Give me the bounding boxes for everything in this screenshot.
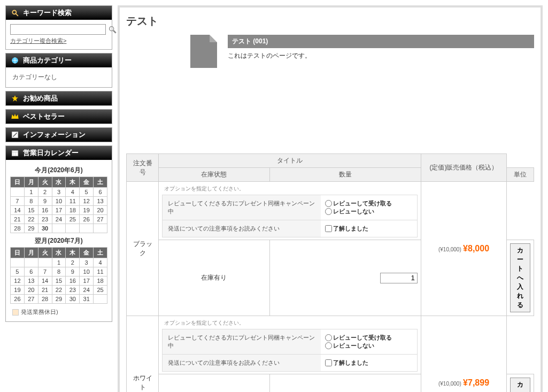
calendar-dow: 水 bbox=[52, 248, 66, 258]
notice-label: 発送についての注意事項をお読みください bbox=[163, 355, 321, 371]
calendar-day: 11 bbox=[66, 197, 80, 206]
category-search-link[interactable]: カテゴリー複合検索> bbox=[10, 37, 107, 45]
calendar-day: 26 bbox=[11, 295, 25, 304]
variant-table: 注文番号 タイトル (定価)販売価格（税込） 在庫状態 数量 単位 ブラックオプ… bbox=[126, 153, 534, 392]
agree-checkbox[interactable]: 了解しました bbox=[325, 225, 413, 233]
recommend-header: お勧め商品 bbox=[6, 91, 112, 105]
add-to-cart-button[interactable]: カートへ入れる bbox=[510, 243, 530, 312]
search-button[interactable] bbox=[108, 24, 117, 35]
svg-marker-5 bbox=[12, 95, 18, 102]
calendar-header: 営業日カレンダー bbox=[6, 146, 112, 160]
list-price: (¥10,000) bbox=[438, 381, 461, 387]
sidebar-search: キーワード検索 カテゴリー複合検索> bbox=[5, 5, 112, 50]
review-yes-radio[interactable]: レビューして受け取る bbox=[325, 334, 413, 342]
calendar-dow: 木 bbox=[66, 177, 80, 188]
calendar-dow: 日 bbox=[11, 248, 25, 258]
add-to-cart-button[interactable]: カートへ入れる bbox=[510, 378, 530, 392]
stock-status: 在庫有り bbox=[159, 374, 270, 393]
calendar-day: 31 bbox=[80, 295, 94, 304]
product-image-placeholder bbox=[190, 35, 217, 68]
search-icon bbox=[10, 8, 20, 18]
campaign-label: レビューしてくださる方にプレゼント同梱キャンペーン中 bbox=[163, 195, 321, 220]
stock-status: 在庫有り bbox=[159, 240, 270, 316]
star-icon bbox=[10, 94, 20, 103]
product-description: これはテストのページです。 bbox=[228, 51, 534, 60]
calendar-day: 18 bbox=[66, 206, 80, 215]
calendar-day: 19 bbox=[80, 206, 94, 215]
calendar-dow: 金 bbox=[80, 248, 94, 258]
calendar-day: 19 bbox=[11, 286, 25, 295]
sidebar-category: 商品カテゴリー カテゴリーなし bbox=[5, 53, 112, 88]
calendar-day: 15 bbox=[24, 206, 38, 215]
svg-line-1 bbox=[16, 14, 18, 16]
sale-price: ¥7,899 bbox=[463, 378, 489, 387]
th-title: タイトル bbox=[159, 154, 421, 168]
quantity-cell bbox=[269, 374, 421, 393]
calendar-dow: 日 bbox=[11, 177, 25, 188]
option-note: オプションを指定してください。 bbox=[162, 184, 418, 194]
calendar-day: 30 bbox=[66, 295, 80, 304]
search-title: キーワード検索 bbox=[23, 8, 72, 18]
calendar-dow: 火 bbox=[38, 177, 52, 188]
calendar-day: 22 bbox=[52, 286, 66, 295]
globe-icon bbox=[10, 56, 20, 65]
calendar-day: 6 bbox=[24, 267, 38, 276]
calendar-day bbox=[80, 224, 94, 233]
calendar-day: 10 bbox=[52, 197, 66, 206]
variant-options: オプションを指定してください。レビューしてくださる方にプレゼント同梱キャンペーン… bbox=[159, 316, 421, 374]
calendar-title: 営業日カレンダー bbox=[23, 148, 79, 158]
calendar-day bbox=[66, 224, 80, 233]
information-title: インフォメーション bbox=[23, 130, 86, 140]
svg-point-0 bbox=[12, 10, 16, 14]
variant-price: (¥10,000) ¥7,899 bbox=[421, 316, 507, 393]
calendar-day: 1 bbox=[24, 188, 38, 197]
calendar-day: 3 bbox=[80, 258, 94, 267]
svg-rect-7 bbox=[12, 150, 18, 156]
sale-price: ¥8,000 bbox=[463, 244, 489, 253]
calendar-dow: 月 bbox=[24, 177, 38, 188]
cart-cell: カートへ入れる bbox=[507, 374, 534, 393]
calendar-day: 25 bbox=[66, 215, 80, 224]
quantity-input[interactable] bbox=[380, 273, 418, 283]
calendar-day: 5 bbox=[11, 267, 25, 276]
sidebar-information: インフォメーション bbox=[5, 127, 112, 142]
th-unit: 単位 bbox=[507, 168, 534, 182]
calendar-day: 24 bbox=[52, 215, 66, 224]
review-yes-radio[interactable]: レビューして受け取る bbox=[325, 199, 413, 207]
calendar-day: 8 bbox=[24, 197, 38, 206]
campaign-label: レビューしてくださる方にプレゼント同梱キャンペーン中 bbox=[163, 329, 321, 354]
category-header: 商品カテゴリー bbox=[6, 53, 112, 67]
product-name: テスト (001) bbox=[228, 35, 534, 48]
calendar-month-label: 今月(2020年6月) bbox=[10, 166, 107, 175]
calendar-day: 14 bbox=[38, 276, 52, 286]
calendar-day: 9 bbox=[66, 267, 80, 276]
calendar-day: 3 bbox=[52, 188, 66, 197]
calendar-day: 5 bbox=[80, 188, 94, 197]
calendar-day: 30 bbox=[38, 224, 52, 233]
calendar-day: 27 bbox=[24, 295, 38, 304]
list-price: (¥10,000) bbox=[438, 247, 461, 252]
calendar-day: 23 bbox=[38, 215, 52, 224]
agree-checkbox[interactable]: 了解しました bbox=[325, 359, 413, 367]
review-no-radio[interactable]: レビューしない bbox=[325, 342, 413, 350]
sidebar-bestseller: ベストセラー bbox=[5, 109, 112, 124]
th-order-no: 注文番号 bbox=[127, 154, 159, 182]
calendar-day: 16 bbox=[38, 206, 52, 215]
calendar-day: 26 bbox=[80, 215, 94, 224]
calendar-day: 2 bbox=[66, 258, 80, 267]
bestseller-header: ベストセラー bbox=[6, 110, 112, 124]
calendar-day bbox=[94, 295, 107, 304]
review-no-radio[interactable]: レビューしない bbox=[325, 207, 413, 216]
calendar-legend: 発送業務休日) bbox=[10, 307, 107, 317]
calendar-month-label: 翌月(2020年7月) bbox=[10, 236, 107, 245]
calendar-day: 28 bbox=[38, 295, 52, 304]
calendar-day: 7 bbox=[38, 267, 52, 276]
calendar-dow: 木 bbox=[66, 248, 80, 258]
calendar-day: 14 bbox=[11, 206, 25, 215]
page-title: テスト bbox=[126, 14, 534, 28]
th-price: (定価)販売価格（税込） bbox=[421, 154, 507, 182]
search-input[interactable] bbox=[10, 24, 106, 35]
calendar-day: 21 bbox=[11, 215, 25, 224]
variant-name: ホワイト bbox=[127, 316, 159, 393]
sidebar-calendar: 営業日カレンダー 今月(2020年6月)日月火水木金土1234567891011… bbox=[5, 145, 112, 322]
